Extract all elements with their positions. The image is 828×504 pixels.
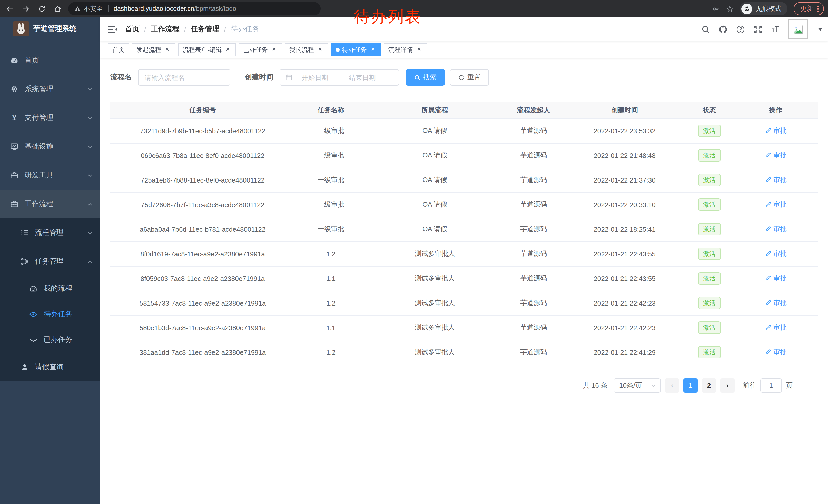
github-icon[interactable]	[719, 25, 728, 34]
status-badge: 激活	[698, 321, 720, 334]
app-logo-row[interactable]: 芋道管理系统	[0, 17, 100, 40]
address-bar[interactable]: 不安全 dashboard.yudao.iocoder.cn/bpm/task/…	[68, 2, 321, 15]
chevron-down-icon	[651, 383, 656, 388]
end-date-input[interactable]	[343, 74, 382, 81]
browser-home-icon[interactable]	[52, 3, 63, 14]
table-row: 580e1b3d-7ac8-11ec-a9e2-a2380e71991a1.1测…	[110, 315, 818, 340]
security-warning-icon[interactable]	[74, 6, 81, 12]
reset-button[interactable]: 重置	[450, 69, 489, 86]
edit-icon	[764, 250, 771, 257]
search-button[interactable]: 搜索	[406, 69, 445, 86]
sidebar-item-leave-query[interactable]: 请假查询	[0, 353, 100, 381]
sidebar-item-payment[interactable]: ¥ 支付管理	[0, 103, 100, 132]
browser-back-icon[interactable]	[4, 3, 15, 14]
approve-button[interactable]: 审批	[764, 126, 787, 135]
table-row: 75d72608-7b7f-11ec-a3c8-acde48001122一级审批…	[110, 192, 818, 217]
breadcrumb-task-management[interactable]: 任务管理	[191, 25, 219, 34]
chevron-down-icon	[87, 86, 93, 92]
sidebar-item-infrastructure[interactable]: 基础设施	[0, 132, 100, 161]
browser-toolbar: 不安全 dashboard.yudao.iocoder.cn/bpm/task/…	[0, 0, 828, 17]
approve-button[interactable]: 审批	[764, 323, 787, 332]
sidebar-item-my-process[interactable]: 我的流程	[0, 276, 100, 302]
sidebar-item-done-tasks[interactable]: 已办任务	[0, 327, 100, 353]
avatar[interactable]	[788, 19, 808, 39]
date-range-picker[interactable]: -	[280, 69, 399, 86]
close-icon[interactable]: ×	[271, 46, 278, 53]
browser-menu-icon[interactable]	[817, 5, 819, 12]
col-initiator: 流程发起人	[503, 102, 564, 119]
sidebar-item-label: 请假查询	[35, 363, 64, 372]
create-time-label: 创建时间	[245, 73, 274, 82]
browser-reload-icon[interactable]	[36, 3, 47, 14]
tab-form-edit[interactable]: 流程表单-编辑×	[178, 43, 236, 56]
sidebar-item-label: 工作流程	[25, 199, 53, 209]
page-button-1[interactable]: 1	[683, 378, 698, 393]
tab-home[interactable]: 首页	[108, 43, 129, 56]
close-icon[interactable]: ×	[164, 46, 171, 53]
sidebar-item-workflow[interactable]: 工作流程	[0, 190, 100, 218]
col-status: 状态	[685, 102, 734, 119]
approve-button[interactable]: 审批	[764, 151, 787, 160]
col-task-id: 任务编号	[110, 102, 295, 119]
tabs-bar: 首页 发起流程× 流程表单-编辑× 已办任务× 我的流程× 待办任务× 流程详情…	[100, 41, 828, 58]
bookmark-star-icon[interactable]	[726, 5, 734, 12]
close-icon[interactable]: ×	[369, 46, 377, 53]
edit-icon	[764, 275, 771, 282]
toolbox-icon	[10, 171, 18, 179]
approve-button[interactable]: 审批	[764, 249, 787, 259]
sidebar-item-label: 已办任务	[44, 335, 72, 345]
close-icon[interactable]: ×	[416, 46, 423, 53]
edit-icon	[764, 152, 771, 159]
sidebar-item-system[interactable]: 系统管理	[0, 75, 100, 103]
approve-button[interactable]: 审批	[764, 225, 787, 234]
approve-button[interactable]: 审批	[764, 200, 787, 209]
task-table: 任务编号 任务名称 所属流程 流程发起人 创建时间 状态 操作 73211d9d…	[110, 102, 818, 365]
sidebar-item-todo-tasks[interactable]: 待办任务	[0, 302, 100, 327]
breadcrumb-workflow[interactable]: 工作流程	[151, 25, 179, 34]
approve-button[interactable]: 审批	[764, 175, 787, 185]
page-button-2[interactable]: 2	[702, 378, 716, 393]
approve-button[interactable]: 审批	[764, 274, 787, 283]
breadcrumb-home[interactable]: 首页	[125, 25, 139, 34]
password-key-icon[interactable]	[712, 5, 720, 12]
status-badge: 激活	[698, 174, 720, 186]
security-label[interactable]: 不安全	[84, 4, 103, 13]
calendar-icon	[285, 74, 292, 81]
page-url[interactable]: dashboard.yudao.iocoder.cn/bpm/task/todo	[114, 5, 236, 12]
tab-done-tasks[interactable]: 已办任务×	[239, 43, 282, 56]
search-icon[interactable]	[701, 25, 710, 34]
goto-page-input[interactable]	[760, 378, 782, 393]
tab-my-process[interactable]: 我的流程×	[285, 43, 328, 56]
col-actions: 操作	[734, 102, 818, 119]
status-badge: 激活	[698, 346, 720, 358]
start-date-input[interactable]	[295, 74, 334, 81]
browser-update-button[interactable]: 更新	[794, 2, 824, 15]
help-icon[interactable]	[736, 25, 745, 34]
sidebar-toggle-icon[interactable]	[108, 24, 118, 34]
browser-forward-icon[interactable]	[20, 3, 31, 14]
process-name-input[interactable]	[138, 69, 230, 86]
approve-button[interactable]: 审批	[764, 348, 787, 357]
sidebar-item-process-management[interactable]: 流程管理	[0, 218, 100, 247]
chevron-down-icon	[87, 173, 93, 178]
page-size-select[interactable]: 10条/页	[614, 378, 661, 393]
avatar-dropdown-icon[interactable]	[818, 28, 823, 31]
close-icon[interactable]: ×	[317, 46, 324, 53]
close-icon[interactable]: ×	[224, 46, 232, 53]
next-page-button[interactable]: ›	[720, 378, 735, 393]
sidebar-item-home[interactable]: 首页	[0, 46, 100, 75]
tab-process-detail[interactable]: 流程详情×	[384, 43, 427, 56]
status-badge: 激活	[698, 149, 720, 162]
tab-start-process[interactable]: 发起流程×	[132, 43, 175, 56]
incognito-label: 无痕模式	[756, 4, 781, 13]
sidebar-item-dev-tools[interactable]: 研发工具	[0, 161, 100, 190]
tab-todo-tasks[interactable]: 待办任务×	[331, 43, 381, 56]
filter-bar: 流程名 创建时间 - 搜索 重置	[110, 69, 818, 86]
briefcase-icon	[10, 200, 18, 208]
fullscreen-icon[interactable]	[754, 25, 762, 34]
prev-page-button[interactable]: ‹	[665, 378, 679, 393]
font-size-icon[interactable]	[771, 25, 780, 34]
navbar: 首页 / 工作流程 / 任务管理 / 待办任务	[100, 17, 828, 41]
approve-button[interactable]: 审批	[764, 299, 787, 308]
sidebar-item-task-management[interactable]: 任务管理	[0, 247, 100, 276]
